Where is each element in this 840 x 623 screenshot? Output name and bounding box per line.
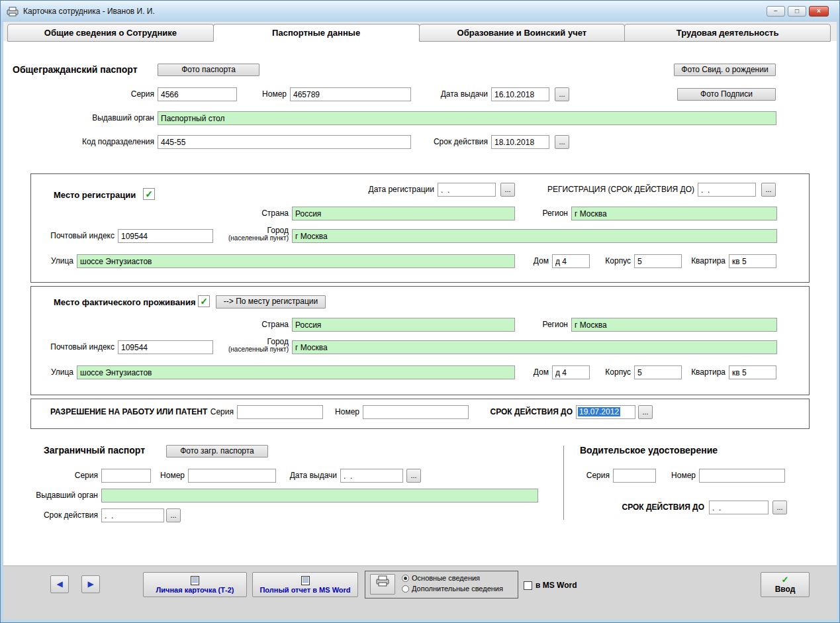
window-controls: − □ × bbox=[767, 6, 834, 17]
enter-button[interactable]: ✓ Ввод bbox=[761, 572, 810, 597]
registration-region-label: Регион bbox=[534, 207, 568, 220]
foreign-valid-label: Срок действия bbox=[41, 508, 98, 522]
license-valid-input[interactable] bbox=[709, 501, 769, 514]
registration-street-input[interactable] bbox=[77, 254, 515, 268]
minimize-button[interactable]: − bbox=[767, 6, 785, 17]
tab-general-info[interactable]: Общие сведения о Сотруднике bbox=[7, 24, 214, 42]
registration-valid-input[interactable] bbox=[698, 183, 756, 197]
work-permit-valid-picker-button[interactable]: ... bbox=[638, 405, 653, 419]
next-record-button[interactable]: ▶ bbox=[81, 575, 100, 593]
maximize-button[interactable]: □ bbox=[788, 6, 806, 17]
issue-date-input[interactable] bbox=[491, 87, 549, 101]
foreign-series-label: Серия bbox=[70, 469, 98, 483]
residence-apartment-label: Квартира bbox=[684, 365, 725, 379]
document-icon bbox=[301, 576, 310, 585]
check-icon: ✓ bbox=[782, 576, 789, 584]
document-icon bbox=[191, 576, 199, 585]
birth-certificate-photo-button[interactable]: Фото Свид. о рождении bbox=[674, 64, 776, 76]
registration-postal-input[interactable] bbox=[118, 229, 213, 243]
registration-city-input[interactable] bbox=[292, 229, 777, 243]
titlebar: Карточка сотрудника - Иванов И. И. − □ × bbox=[1, 1, 839, 22]
license-valid-picker-button[interactable]: ... bbox=[772, 501, 787, 514]
valid-until-input[interactable] bbox=[491, 135, 549, 149]
enter-button-label: Ввод bbox=[775, 585, 796, 594]
work-permit-number-input[interactable] bbox=[363, 405, 469, 419]
valid-until-picker-button[interactable]: ... bbox=[555, 135, 569, 149]
civil-passport-title: Общегражданский паспорт bbox=[13, 64, 138, 75]
issue-date-label: Дата выдачи bbox=[433, 87, 488, 101]
foreign-number-input[interactable] bbox=[188, 469, 276, 483]
registration-country-input[interactable] bbox=[292, 207, 515, 220]
print-button[interactable] bbox=[370, 574, 395, 595]
registration-apartment-input[interactable] bbox=[729, 254, 776, 268]
number-label: Номер bbox=[252, 87, 287, 101]
registration-date-label: Дата регистрации bbox=[358, 183, 434, 197]
work-permit-valid-input[interactable]: 19.07.2012 bbox=[576, 405, 635, 419]
close-button[interactable]: × bbox=[809, 6, 829, 17]
registration-city-label: Город (населенный пункт) bbox=[216, 226, 289, 242]
registration-region-input[interactable] bbox=[571, 207, 777, 220]
registration-house-input[interactable] bbox=[552, 254, 590, 268]
registration-building-input[interactable] bbox=[634, 254, 682, 268]
registration-checkbox[interactable]: ✓ bbox=[143, 188, 155, 200]
signature-photo-button[interactable]: Фото Подписи bbox=[677, 88, 776, 101]
license-number-input[interactable] bbox=[699, 469, 785, 483]
msword-checkbox[interactable] bbox=[524, 581, 532, 590]
number-input[interactable] bbox=[290, 87, 411, 101]
selected-date-text: 19.07.2012 bbox=[578, 407, 620, 416]
issuer-label: Выдавший орган bbox=[87, 111, 154, 125]
tab-work-activity[interactable]: Трудовая деятельность bbox=[624, 24, 831, 42]
residence-postal-label: Почтовый индекс bbox=[46, 340, 115, 354]
residence-checkbox[interactable]: ✓ bbox=[198, 295, 210, 307]
personal-card-t2-label: Личная карточка (Т-2) bbox=[156, 586, 234, 594]
residence-country-label: Страна bbox=[252, 318, 289, 332]
issue-date-picker-button[interactable]: ... bbox=[555, 87, 569, 101]
tab-education-military[interactable]: Образование и Воинский учет bbox=[419, 24, 626, 42]
series-input[interactable] bbox=[158, 87, 237, 101]
msword-checkbox-label: в MS Word bbox=[536, 579, 577, 593]
issuer-input[interactable] bbox=[158, 111, 776, 125]
foreign-valid-picker-button[interactable]: ... bbox=[166, 508, 181, 522]
license-series-input[interactable] bbox=[613, 469, 656, 483]
foreign-issuer-input[interactable] bbox=[101, 489, 538, 503]
printer-icon bbox=[375, 575, 390, 587]
radio-additional-info-label: Дополнительные сведения bbox=[412, 585, 503, 593]
foreign-passport-photo-button[interactable]: Фото загр. паспорта bbox=[166, 445, 268, 457]
foreign-issue-date-label: Дата выдачи bbox=[283, 469, 337, 483]
foreign-issue-date-input[interactable] bbox=[340, 469, 403, 483]
tab-passport-data[interactable]: Паспортные данные bbox=[213, 24, 420, 42]
residence-region-input[interactable] bbox=[571, 318, 777, 332]
foreign-series-input[interactable] bbox=[101, 469, 151, 483]
registration-country-label: Страна bbox=[252, 207, 289, 220]
residence-postal-input[interactable] bbox=[118, 340, 213, 354]
radio-main-info[interactable] bbox=[402, 575, 409, 582]
residence-country-input[interactable] bbox=[292, 318, 515, 332]
full-report-word-button[interactable]: Полный отчет в MS Word bbox=[252, 572, 358, 597]
radio-main-info-label: Основные сведения bbox=[412, 574, 480, 583]
registration-apartment-label: Квартира bbox=[684, 254, 725, 268]
division-code-input[interactable] bbox=[158, 135, 411, 149]
residence-city-label: Город (населенный пункт) bbox=[216, 338, 289, 354]
personal-card-t2-button[interactable]: Личная карточка (Т-2) bbox=[143, 572, 247, 597]
foreign-issue-date-picker-button[interactable]: ... bbox=[406, 469, 421, 483]
residence-house-input[interactable] bbox=[552, 365, 590, 379]
residence-city-input[interactable] bbox=[292, 340, 777, 354]
valid-until-label: Срок действия bbox=[431, 135, 488, 149]
license-number-label: Номер bbox=[665, 469, 696, 483]
copy-from-registration-button[interactable]: --> По месту регистрации bbox=[216, 295, 326, 309]
residence-building-input[interactable] bbox=[634, 365, 682, 379]
registration-house-label: Дом bbox=[524, 254, 549, 268]
work-permit-series-input[interactable] bbox=[237, 405, 323, 419]
foreign-valid-input[interactable] bbox=[101, 508, 164, 522]
registration-date-picker-button[interactable]: ... bbox=[500, 183, 515, 197]
employee-card-window: Карточка сотрудника - Иванов И. И. − □ ×… bbox=[0, 0, 840, 623]
residence-apartment-input[interactable] bbox=[729, 365, 776, 379]
registration-date-input[interactable] bbox=[438, 183, 496, 197]
radio-additional-info[interactable] bbox=[402, 585, 409, 593]
foreign-number-label: Номер bbox=[156, 469, 185, 483]
full-report-word-label: Полный отчет в MS Word bbox=[259, 586, 350, 594]
residence-street-input[interactable] bbox=[77, 365, 515, 379]
prev-record-button[interactable]: ◀ bbox=[50, 575, 69, 593]
passport-photo-button[interactable]: Фото паспорта bbox=[158, 64, 259, 76]
registration-valid-picker-button[interactable]: ... bbox=[761, 183, 776, 197]
